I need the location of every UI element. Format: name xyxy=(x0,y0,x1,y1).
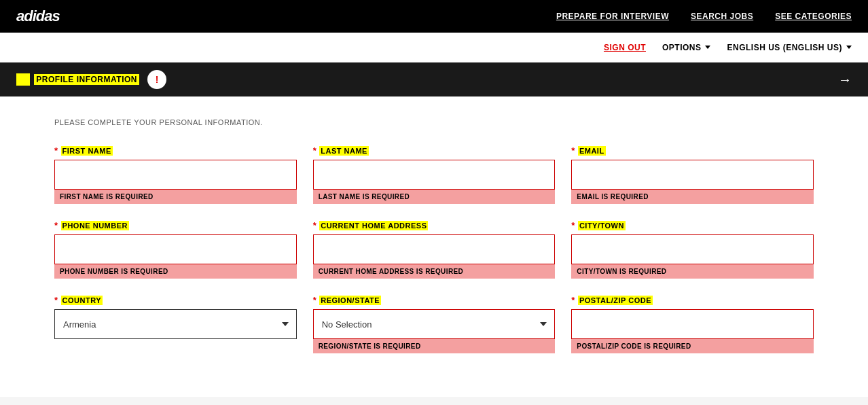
phone-number-field-group: * PHONE NUMBER PHONE NUMBER IS REQUIRED xyxy=(54,220,297,279)
email-error: EMAIL IS REQUIRED xyxy=(571,190,814,204)
sign-out-link[interactable]: SIGN OUT xyxy=(604,43,646,52)
phone-number-label-text: PHONE NUMBER xyxy=(61,221,129,230)
form-row-3: * COUNTRY Armenia * REGION/STATE No Sele… xyxy=(54,295,814,353)
country-select-wrapper: Armenia xyxy=(54,309,297,339)
phone-number-error: PHONE NUMBER IS REQUIRED xyxy=(54,264,297,279)
postal-error: POSTAL/ZIP CODE IS REQUIRED xyxy=(571,339,814,353)
last-name-label: * LAST NAME xyxy=(313,145,556,156)
form-row-2: * PHONE NUMBER PHONE NUMBER IS REQUIRED … xyxy=(54,220,814,279)
country-label: * COUNTRY xyxy=(54,295,297,305)
region-select[interactable]: No Selection xyxy=(313,309,556,339)
address-label-text: CURRENT HOME ADDRESS xyxy=(319,221,428,230)
region-required-star: * xyxy=(313,295,317,305)
options-chevron-icon xyxy=(705,46,710,49)
section-chevron-icon: ▼ xyxy=(16,73,30,86)
city-error: CITY/TOWN IS REQUIRED xyxy=(571,264,814,279)
postal-required-star: * xyxy=(571,295,575,305)
first-name-required-star: * xyxy=(54,145,58,156)
email-required-star: * xyxy=(571,145,575,156)
main-form-content: PLEASE COMPLETE YOUR PERSONAL INFORMATIO… xyxy=(0,96,868,397)
email-label-text: EMAIL xyxy=(578,146,606,156)
region-label-text: REGION/STATE xyxy=(319,296,381,305)
top-navigation: adidas PREPARE FOR INTERVIEW SEARCH JOBS… xyxy=(0,0,868,33)
form-row-1: * FIRST NAME FIRST NAME IS REQUIRED * LA… xyxy=(54,145,814,204)
phone-number-label: * PHONE NUMBER xyxy=(54,220,297,230)
region-select-wrapper: No Selection xyxy=(313,309,556,339)
top-nav-links: PREPARE FOR INTERVIEW SEARCH JOBS SEE CA… xyxy=(556,12,852,21)
city-label: * CITY/TOWN xyxy=(571,220,814,230)
address-error: CURRENT HOME ADDRESS IS REQUIRED xyxy=(313,264,556,279)
first-name-label: * FIRST NAME xyxy=(54,145,297,156)
last-name-input[interactable] xyxy=(313,160,556,190)
search-jobs-link[interactable]: SEARCH JOBS xyxy=(691,12,753,21)
first-name-field-group: * FIRST NAME FIRST NAME IS REQUIRED xyxy=(54,145,297,204)
progress-bar-area: ▼ PROFILE INFORMATION ! → xyxy=(0,63,868,96)
last-name-label-text: LAST NAME xyxy=(319,146,369,156)
city-label-text: CITY/TOWN xyxy=(578,221,626,230)
postal-field-group: * POSTAL/ZIP CODE POSTAL/ZIP CODE IS REQ… xyxy=(571,295,814,353)
email-label: * EMAIL xyxy=(571,145,814,156)
form-instruction: PLEASE COMPLETE YOUR PERSONAL INFORMATIO… xyxy=(54,118,814,126)
postal-input[interactable] xyxy=(571,309,814,339)
address-input[interactable] xyxy=(313,234,556,264)
phone-number-input[interactable] xyxy=(54,234,297,264)
email-input[interactable] xyxy=(571,160,814,190)
email-field-group: * EMAIL EMAIL IS REQUIRED xyxy=(571,145,814,204)
postal-label-text: POSTAL/ZIP CODE xyxy=(578,296,653,305)
next-arrow-icon[interactable]: → xyxy=(838,72,852,88)
last-name-error: LAST NAME IS REQUIRED xyxy=(313,190,556,204)
see-categories-link[interactable]: SEE CATEGORIES xyxy=(775,12,852,21)
phone-required-star: * xyxy=(54,220,58,230)
region-error: REGION/STATE IS REQUIRED xyxy=(313,339,556,353)
first-name-error: FIRST NAME IS REQUIRED xyxy=(54,190,297,204)
last-name-field-group: * LAST NAME LAST NAME IS REQUIRED xyxy=(313,145,556,204)
alert-icon[interactable]: ! xyxy=(147,70,166,89)
language-chevron-icon xyxy=(846,46,852,49)
secondary-navigation: SIGN OUT OPTIONS ENGLISH US (ENGLISH US) xyxy=(0,33,868,63)
country-select[interactable]: Armenia xyxy=(54,309,297,339)
options-button[interactable]: OPTIONS xyxy=(662,43,711,52)
city-field-group: * CITY/TOWN CITY/TOWN IS REQUIRED xyxy=(571,220,814,279)
adidas-logo: adidas xyxy=(16,7,60,25)
address-field-group: * CURRENT HOME ADDRESS CURRENT HOME ADDR… xyxy=(313,220,556,279)
first-name-input[interactable] xyxy=(54,160,297,190)
language-button[interactable]: ENGLISH US (ENGLISH US) xyxy=(727,43,852,52)
profile-info-section: ▼ PROFILE INFORMATION xyxy=(16,73,139,86)
section-title: PROFILE INFORMATION xyxy=(34,74,139,85)
first-name-label-text: FIRST NAME xyxy=(61,146,113,156)
last-name-required-star: * xyxy=(313,145,317,156)
city-required-star: * xyxy=(571,220,575,230)
address-required-star: * xyxy=(313,220,317,230)
country-label-text: COUNTRY xyxy=(61,296,103,305)
address-label: * CURRENT HOME ADDRESS xyxy=(313,220,556,230)
region-field-group: * REGION/STATE No Selection REGION/STATE… xyxy=(313,295,556,353)
postal-label: * POSTAL/ZIP CODE xyxy=(571,295,814,305)
country-field-group: * COUNTRY Armenia xyxy=(54,295,297,353)
city-input[interactable] xyxy=(571,234,814,264)
region-label: * REGION/STATE xyxy=(313,295,556,305)
country-required-star: * xyxy=(54,295,58,305)
prepare-interview-link[interactable]: PREPARE FOR INTERVIEW xyxy=(556,12,669,21)
